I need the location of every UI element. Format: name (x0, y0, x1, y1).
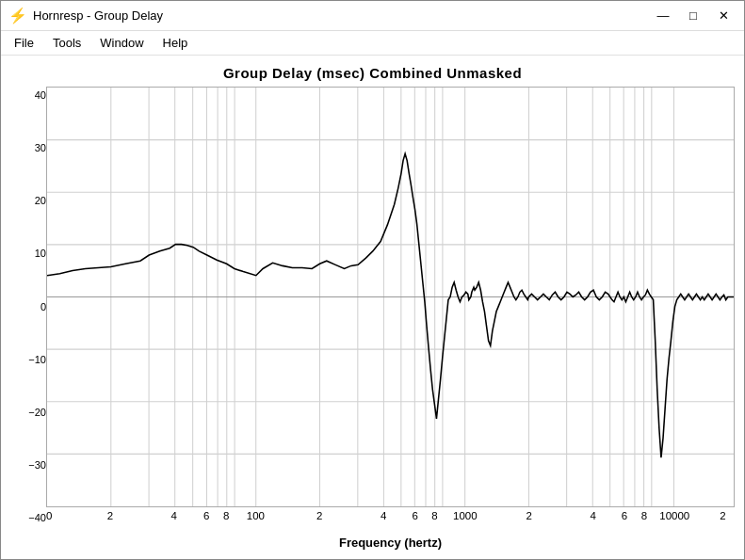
menu-tools[interactable]: Tools (43, 34, 90, 52)
x-axis-svg: 10 2 4 6 8 100 2 4 6 8 1000 2 4 6 (46, 507, 735, 534)
x-axis-container: 10 2 4 6 8 100 2 4 6 8 1000 2 4 6 (46, 507, 735, 534)
group-delay-curve (47, 153, 734, 457)
title-bar-controls: — □ ✕ (650, 6, 737, 26)
x-tick-8c: 8 (641, 510, 647, 521)
chart-area: Group Delay (msec) Combined Unmasked 40 … (1, 56, 744, 559)
x-axis-label: Frequency (hertz) (46, 536, 735, 550)
x-tick-6c: 6 (622, 510, 627, 521)
x-tick-6a: 6 (203, 510, 209, 521)
menu-file[interactable]: File (5, 34, 43, 52)
chart-title: Group Delay (msec) Combined Unmasked (223, 65, 522, 81)
x-tick-8b: 8 (431, 510, 437, 521)
x-tick-1000: 1000 (453, 510, 478, 521)
chart-container: 40 30 20 10 0 −10 −20 −30 −40 (10, 87, 735, 550)
title-bar: ⚡ Hornresp - Group Delay — □ ✕ (1, 1, 744, 31)
x-tick-10: 10 (46, 510, 52, 521)
x-tick-4c: 4 (590, 510, 595, 521)
x-tick-2c: 2 (526, 510, 532, 521)
minimize-button[interactable]: — (650, 6, 676, 26)
y-label-10: 10 (35, 248, 46, 259)
x-tick-4b: 4 (381, 510, 386, 521)
chart-right: 10 2 4 6 8 100 2 4 6 8 1000 2 4 6 (46, 87, 735, 550)
x-tick-10000: 10000 (659, 510, 689, 521)
main-window: ⚡ Hornresp - Group Delay — □ ✕ File Tool… (0, 0, 745, 560)
x-tick-4a: 4 (171, 510, 177, 521)
maximize-button[interactable]: □ (680, 6, 706, 26)
y-label-minus20: −20 (28, 408, 46, 418)
y-label-40: 40 (35, 90, 46, 101)
plot-svg (47, 88, 734, 506)
y-label-minus40: −40 (28, 513, 46, 523)
x-tick-2a: 2 (107, 510, 113, 521)
window-icon: ⚡ (8, 7, 27, 24)
y-label-20: 20 (35, 196, 46, 206)
x-tick-2d: 2 (720, 510, 725, 521)
menu-window[interactable]: Window (90, 34, 153, 52)
y-label-minus30: −30 (28, 460, 46, 471)
x-tick-2b: 2 (316, 510, 322, 521)
x-tick-8a: 8 (223, 510, 229, 521)
title-bar-left: ⚡ Hornresp - Group Delay (8, 7, 163, 24)
y-label-30: 30 (35, 143, 46, 153)
y-label-minus10: −10 (28, 355, 46, 365)
y-axis: 40 30 20 10 0 −10 −20 −30 −40 (10, 87, 46, 550)
x-tick-100: 100 (247, 510, 265, 521)
window-title: Hornresp - Group Delay (33, 8, 163, 23)
close-button[interactable]: ✕ (710, 6, 737, 26)
plot-area (46, 87, 735, 507)
x-tick-6b: 6 (412, 510, 417, 521)
menu-bar: File Tools Window Help (1, 31, 744, 56)
menu-help[interactable]: Help (154, 34, 198, 52)
